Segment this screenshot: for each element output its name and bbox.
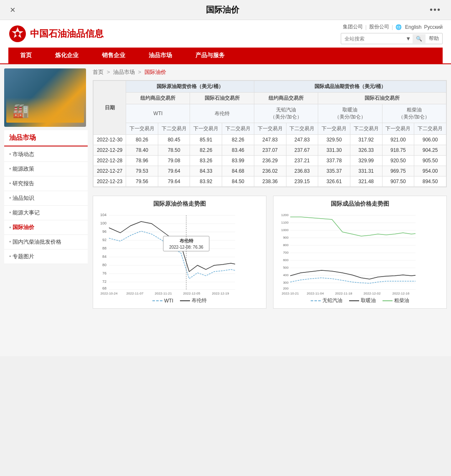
legend-brent-line (180, 300, 190, 301)
sidebar-item-special: 专题图片 (4, 249, 88, 264)
product-chart-block: 国际成品油价格走势图 1200 1100 1000 900 800 700 60… (273, 196, 447, 309)
legend-brent-label: 布伦特 (192, 297, 207, 304)
breadcrumb-home[interactable]: 首页 (93, 69, 104, 75)
table-cell-2: 79.08 (158, 156, 190, 166)
sidebar-item-market: 市场动态 (4, 147, 88, 162)
table-cell-3: 83.26 (190, 156, 222, 166)
table-cell-0: 2022-12-30 (94, 135, 126, 145)
svg-point-1 (15, 32, 20, 36)
russian-link[interactable]: Русский (424, 24, 443, 30)
crude-chart-legend: WTI 布伦特 (97, 297, 262, 304)
english-link[interactable]: English (405, 24, 421, 30)
gas-next-header: 下一交易月 (254, 123, 286, 135)
table-cell-5: 236.29 (254, 156, 286, 166)
table-cell-1: 78.96 (126, 156, 158, 166)
search-dropdown[interactable]: ▼ (404, 34, 413, 43)
legend-gasoline-line (311, 300, 321, 301)
table-cell-8: 329.99 (350, 156, 382, 166)
table-cell-6: 237.67 (286, 145, 318, 156)
table-cell-3: 85.91 (190, 135, 222, 145)
table-cell-8: 317.92 (350, 135, 382, 145)
svg-text:200: 200 (283, 287, 289, 290)
sidebar-link-market[interactable]: 市场动态 (4, 147, 88, 161)
svg-text:1200: 1200 (281, 213, 289, 217)
table-cell-7: 337.78 (318, 156, 350, 166)
table-cell-4: 83.99 (222, 156, 254, 166)
svg-text:2022-11-21: 2022-11-21 (155, 292, 172, 295)
svg-text:1000: 1000 (281, 228, 289, 232)
sidebar-item-knowledge: 油品知识 (4, 191, 88, 206)
help-label: 帮助 (426, 33, 442, 44)
sidebar-link-special[interactable]: 专题图片 (4, 249, 88, 264)
close-button[interactable]: × (10, 5, 15, 15)
nav-home[interactable]: 首页 (8, 48, 43, 63)
product-table-header: 国际成品油期货价格（美元/桶） (254, 81, 446, 93)
sidebar-link-events[interactable]: 能源大事记 (4, 206, 88, 220)
table-cell-7: 326.61 (318, 176, 350, 187)
sidebar-item-domestic-price: 国内汽柴油批发价格 (4, 235, 88, 249)
search-input[interactable] (341, 34, 404, 43)
group-link[interactable]: 集团公司 (343, 23, 363, 30)
legend-gasoline-label: 无铅汽油 (322, 297, 342, 304)
table-cell-10: 904.25 (414, 145, 446, 156)
top-links: 集团公司 | 股份公司 | 🌐 English Русский (343, 23, 443, 30)
crude-exchange1-header: 纽约商品交易所 (126, 93, 190, 104)
gasoil-header: 粗柴油 （美分/加仑） (382, 104, 446, 123)
svg-text:2022-12-16: 2022-12-16 (393, 292, 410, 295)
sidebar-link-research[interactable]: 研究报告 (4, 176, 88, 191)
app-topbar: × 国际油价 ••• (0, 0, 451, 20)
nav-sales[interactable]: 销售企业 (90, 48, 137, 63)
sidebar-link-policy[interactable]: 能源政策 (4, 162, 88, 176)
stock-link[interactable]: 股份公司 (369, 23, 389, 30)
search-button[interactable]: 🔍 (413, 34, 426, 43)
sidebar-category-title: 油品市场 (4, 130, 88, 146)
svg-text:104: 104 (100, 213, 106, 217)
breadcrumb-category[interactable]: 油品市场 (113, 69, 135, 75)
sidebar-link-domestic-price[interactable]: 国内汽柴油批发价格 (4, 235, 88, 249)
svg-text:400: 400 (283, 273, 289, 277)
site-header-right: 集团公司 | 股份公司 | 🌐 English Русский ▼ 🔍 帮助 (341, 23, 443, 44)
table-cell-7: 329.50 (318, 135, 350, 145)
sidebar-link-knowledge[interactable]: 油品知识 (4, 191, 88, 205)
table-cell-2: 78.50 (158, 145, 190, 156)
table-date-header: 日期 (94, 81, 126, 135)
svg-text:500: 500 (283, 266, 289, 269)
more-button[interactable]: ••• (430, 5, 441, 15)
table-cell-6: 237.21 (286, 156, 318, 166)
product-chart-svg: 1200 1100 1000 900 800 700 600 500 400 3… (278, 211, 420, 295)
gasoline-header: 无铅汽油 （美分/加仑） (254, 104, 318, 123)
svg-text:84: 84 (102, 254, 106, 259)
site-logo: 中国石油油品信息 (8, 25, 104, 43)
crude-chart-container: 104 100 96 92 88 84 80 76 72 68 (97, 211, 262, 295)
table-cell-1: 80.26 (126, 135, 158, 145)
svg-text:68: 68 (102, 286, 106, 290)
table-cell-4: 84.68 (222, 166, 254, 176)
price-table-section: 日期 国际原油期货价格（美元/桶） 国际成品油期货价格（美元/桶） 纽约商品交易… (93, 80, 447, 187)
svg-text:80: 80 (102, 263, 106, 267)
sep1: | (365, 24, 367, 30)
brent-header: 布伦特 (190, 104, 254, 123)
sidebar-link-intl-price[interactable]: 国际油价 (4, 220, 88, 234)
table-cell-5: 247.83 (254, 135, 286, 145)
svg-text:800: 800 (283, 243, 289, 247)
svg-text:2022-10-24: 2022-10-24 (101, 292, 118, 295)
left-sidebar: 油品市场 市场动态 能源政策 研究报告 油品知识 能源大事记 国际油价 国内汽柴… (4, 68, 88, 352)
sep2: | (392, 24, 393, 30)
oil-second-header: 下二交易月 (414, 123, 446, 135)
legend-wti-line (152, 300, 162, 301)
table-cell-9: 969.75 (382, 166, 414, 176)
wti-header: WTI (126, 104, 190, 123)
site-header: 中国石油油品信息 集团公司 | 股份公司 | 🌐 English Русский… (0, 20, 451, 64)
breadcrumb-current: 国际油价 (144, 69, 166, 75)
site-name: 中国石油油品信息 (30, 28, 104, 40)
crude-chart-title: 国际原油价格走势图 (97, 200, 262, 208)
nav-products[interactable]: 产品与服务 (184, 48, 236, 63)
nav-oil-market[interactable]: 油品市场 (137, 48, 184, 63)
sidebar-image (4, 68, 86, 127)
table-cell-4: 84.50 (222, 176, 254, 187)
table-cell-4: 83.46 (222, 145, 254, 156)
nav-refinery[interactable]: 炼化企业 (43, 48, 90, 63)
table-cell-1: 79.53 (126, 166, 158, 176)
product-exchange2-header: 国际石油交易所 (318, 93, 446, 104)
table-cell-2: 79.64 (158, 166, 190, 176)
